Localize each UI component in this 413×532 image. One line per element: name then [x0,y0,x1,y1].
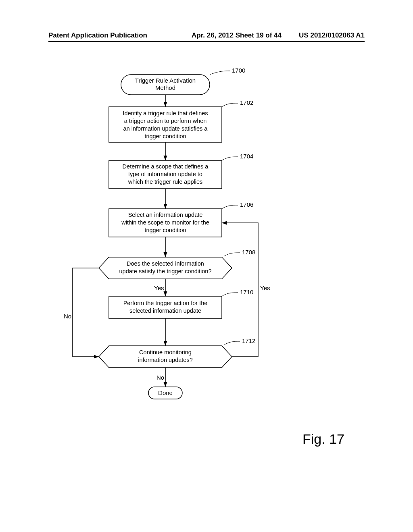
edge-1708-no [73,268,99,357]
label-1708-yes: Yes [154,285,164,291]
node-1700: Trigger Rule Activation Method 1700 [121,67,245,95]
node-1712-l2: information updates? [138,357,192,363]
node-1704-l1: Determine a scope that defines a [123,163,209,170]
node-1706-l1: Select an information update [128,212,203,218]
ref-1702: 1702 [240,99,253,106]
node-done: Done [148,387,182,399]
node-1704-l2: type of information update to [128,171,202,177]
node-1708-l2: update satisfy the trigger condition? [119,268,212,274]
node-1704: Determine a scope that defines a type of… [109,153,253,189]
node-1702: Identify a trigger rule that defines a t… [109,99,253,142]
ref-1712: 1712 [242,337,255,344]
node-1702-l1: Identify a trigger rule that defines [123,110,208,116]
node-1702-l3: an information update satisfies a [123,125,208,132]
ref-1710: 1710 [240,289,253,295]
page: Patent Application Publication Apr. 26, … [0,0,413,532]
node-1710-l1: Perform the trigger action for the [123,300,208,306]
node-1708: Does the selected information update sat… [99,249,255,279]
ref-1708: 1708 [242,249,255,256]
node-1710: Perform the trigger action for the selec… [109,289,253,318]
node-1708-l1: Does the selected information [127,260,204,267]
node-1712-l1: Continue monitoring [139,349,192,355]
ref-1700: 1700 [232,67,245,74]
label-1708-no: No [64,313,71,320]
node-1706-l2: within the scope to monitor for the [121,219,209,226]
node-1700-line2: Method [155,84,175,91]
ref-1706: 1706 [240,201,253,208]
node-1702-l4: trigger condition [144,133,186,139]
node-done-text: Done [158,389,173,396]
flowchart: Trigger Rule Activation Method 1700 Iden… [0,0,413,532]
node-1712: Continue monitoring information updates?… [99,337,255,368]
node-1700-line1: Trigger Rule Activation [135,77,196,84]
node-1702-l2: a trigger action to perform when [124,118,207,124]
node-1706-l3: trigger condition [144,227,186,233]
node-1704-l3: which the trigger rule applies [128,179,203,185]
ref-1704: 1704 [240,153,253,160]
node-1706: Select an information update within the … [109,201,253,237]
figure-label: Fig. 17 [302,431,344,447]
label-1712-yes: Yes [260,285,270,291]
node-1710-l2: selected information update [129,308,201,314]
label-1712-no: No [156,374,164,381]
